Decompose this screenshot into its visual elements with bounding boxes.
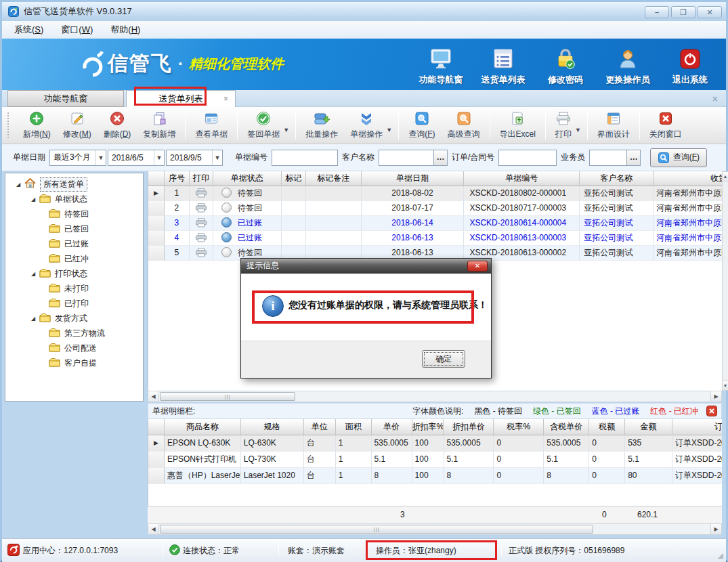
delete-button[interactable]: 删除(D) [98,109,137,142]
grid-col-header[interactable]: 单据状态 [213,171,282,186]
chevron-down-icon[interactable]: ▼ [386,127,392,133]
adv-query-button[interactable]: 高级查询 [442,109,486,142]
grid-col-header[interactable]: 客户名称 [580,171,654,186]
modify-button[interactable]: 修改(M) [57,109,98,142]
print-button[interactable]: 打印 [549,109,578,142]
minimize-button[interactable]: – [645,6,669,18]
tree-expander-icon[interactable]: ◢ [30,196,37,202]
detail-col-header[interactable]: 单价 [372,419,412,435]
search-button[interactable]: 查询(F) [650,148,707,167]
chevron-down-icon[interactable]: ▼ [95,150,106,165]
tree-item-1-0[interactable]: 未打印 [5,281,143,296]
view-doc-button[interactable]: 查看单据 [189,109,234,142]
detail-col-header[interactable]: 税率% [494,419,544,435]
tree-group-0[interactable]: ◢单据状态 [5,192,143,207]
tabstrip-close-icon[interactable]: × [712,93,718,104]
scrollbar-thumb[interactable]: ||| [160,392,295,401]
date-range-select[interactable]: 最近3个月▼ [49,150,106,166]
grid-col-header[interactable]: 序号 [165,171,190,186]
detail-col-header[interactable]: 面积 [336,419,372,435]
chevron-down-icon[interactable]: ▼ [575,127,581,133]
tree-group-2[interactable]: ◢发货方式 [5,311,143,326]
detail-hscrollbar[interactable]: ◀ ||| ▶ [148,523,722,535]
customer-input[interactable] [379,150,434,166]
doc-ops-button[interactable]: 单据操作 [344,109,389,142]
scroll-left-icon[interactable]: ◀ [148,524,159,534]
ui-design-button[interactable]: 界面设计 [591,109,636,142]
grid-col-header[interactable]: 标记备注 [306,171,362,186]
detail-col-header[interactable]: 金额 [625,419,672,435]
nav-window-button[interactable]: 功能导航窗 [414,44,467,86]
tree-item-0-0[interactable]: 待签回 [5,207,143,221]
detail-row[interactable]: ▶EPSON LQ-630KLQ-630K台1535.0005100535.00… [148,435,722,452]
copy-new-button[interactable]: 复制新增 [137,109,181,142]
chevron-down-icon[interactable]: ▼ [283,127,289,133]
change-password-button[interactable]: 修改密码 [539,44,592,86]
grid-col-header[interactable]: 单据编号 [464,171,580,186]
tab-close-icon[interactable]: × [223,91,228,107]
detail-col-header[interactable]: 含税单价 [544,419,589,435]
detail-row[interactable]: 惠普（HP）LaserJetLaserJet 1020台18100808080订… [148,468,722,484]
order-input[interactable] [498,150,557,166]
tab-nav-window[interactable]: 功能导航窗 [7,90,124,107]
salesman-input[interactable] [589,150,627,166]
close-detail-icon[interactable] [706,406,717,416]
detail-col-header[interactable]: 规格 [241,419,304,435]
menu-system[interactable]: 系统(S) [14,24,43,36]
maximize-button[interactable]: ❐ [671,6,695,18]
chevron-down-icon[interactable]: ▼ [154,150,164,165]
add-button[interactable]: 新增(N) [17,109,57,142]
resize-grip[interactable]: ◢ [718,551,723,560]
date-to-select[interactable]: 2018/9/5▼ [166,150,223,166]
date-from-select[interactable]: 2018/6/5▼ [108,150,165,166]
tree-item-0-1[interactable]: 已签回 [5,221,143,236]
scroll-left-icon[interactable]: ◀ [148,391,159,402]
close-window-button[interactable]: 关闭窗口 [643,109,688,142]
tree-group-1[interactable]: ◢打印状态 [5,266,143,281]
grid-col-header[interactable]: 打印 [190,171,213,186]
grid-row[interactable]: ▶1待签回2018-08-02XSCKD-20180802-000001亚拓公司… [148,186,722,201]
sign-back-button[interactable]: 签回单据 [241,109,286,142]
scroll-right-icon[interactable]: ▶ [710,524,721,534]
grid-col-header[interactable]: 单据日期 [362,171,465,186]
grid-col-header[interactable]: 标记 [282,171,306,186]
doc-no-input[interactable] [272,150,338,166]
tree-item-2-2[interactable]: 客户自提 [5,355,143,370]
detail-col-header[interactable]: 单位 [304,419,336,435]
export-excel-button[interactable]: 导出Excel [494,109,542,142]
menu-help[interactable]: 帮助(H) [110,24,140,36]
scrollbar-thumb[interactable]: ||| [160,525,593,534]
chevron-down-icon[interactable]: ▼ [212,150,222,165]
grid-hscrollbar[interactable]: ◀ ||| ▶ [148,391,722,402]
tree-expander-icon[interactable]: ◢ [15,181,22,188]
detail-col-header[interactable]: 订单 [672,419,722,435]
tree-item-0-2[interactable]: 已过账 [5,236,143,251]
detail-row[interactable]: EPSON针式打印机LQ-730K台15.11005.105.105.1订单XS… [148,452,722,468]
switch-operator-button[interactable]: 更换操作员 [601,44,654,86]
scroll-right-icon[interactable]: ▶ [710,391,721,402]
grid-row[interactable]: 3已过账2018-06-14XSCKD-20180614-000004亚拓公司测… [148,216,722,231]
detail-col-header[interactable]: 商品名称 [165,419,241,435]
menu-window[interactable]: 窗口(W) [61,24,93,36]
tree-item-1-1[interactable]: 已打印 [5,296,143,311]
tree-expander-icon[interactable]: ◢ [30,271,37,277]
ok-button[interactable]: 确定 [422,350,465,368]
tree-item-2-1[interactable]: 公司配送 [5,341,143,355]
tree-item-all[interactable]: ◢所有送货单 [5,177,143,192]
grid-row[interactable]: 4已过账2018-06-13XSCKD-20180613-000003亚拓公司测… [148,231,722,246]
query-button[interactable]: 查询(F) [402,109,441,142]
exit-system-button[interactable]: 退出系统 [664,44,716,86]
grid-col-header[interactable]: 收货 [654,171,722,186]
delivery-list-button[interactable]: 送货单列表 [477,44,530,86]
dialog-close-button[interactable]: ✕ [467,261,488,272]
tree-item-0-3[interactable]: 已红冲 [5,251,143,266]
close-button[interactable]: ✕ [698,6,722,18]
grid-vscrollbar[interactable]: ▲▼ [722,171,728,391]
detail-col-header[interactable]: 税额 [589,419,625,435]
tree-expander-icon[interactable]: ◢ [30,316,37,322]
detail-col-header[interactable]: 折扣单价 [444,419,494,435]
detail-col-header[interactable]: 折扣率% [412,419,444,435]
batch-ops-button[interactable]: 批量操作 [299,109,344,142]
salesman-lookup-button[interactable]: … [627,150,641,166]
tree-item-2-0[interactable]: 第三方物流 [5,326,143,341]
